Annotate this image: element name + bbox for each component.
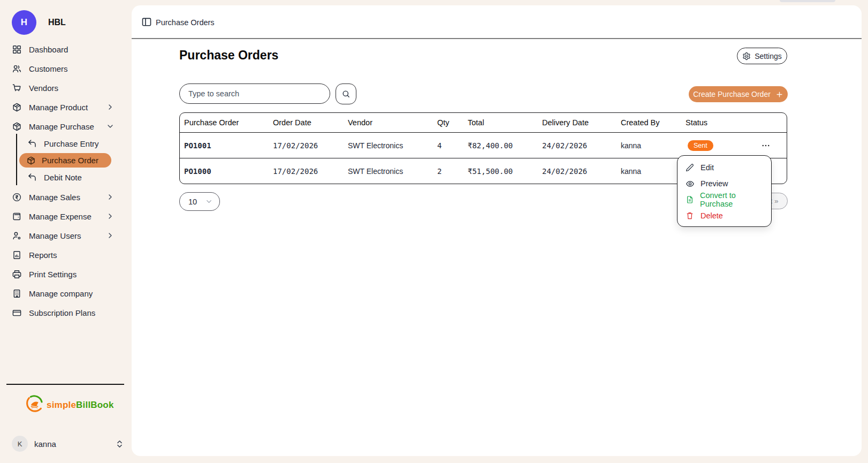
grid-icon: [12, 44, 22, 55]
users-icon: [12, 64, 22, 74]
pencil-icon: [686, 163, 695, 172]
search-icon: [341, 89, 351, 98]
cell-created-by: kanna: [621, 158, 686, 184]
submenu-tree-line: [16, 134, 17, 185]
sidebar-item-manage-expense[interactable]: Manage Expense: [12, 209, 126, 223]
company-avatar[interactable]: H: [12, 10, 36, 35]
cell-vendor: SWT Electronics: [348, 133, 437, 158]
search-button[interactable]: [336, 84, 356, 104]
sidebar-item-customers[interactable]: Customers: [12, 62, 126, 75]
sidebar-item-dashboard[interactable]: Dashboard: [12, 42, 126, 56]
page-size-select[interactable]: 10: [179, 192, 220, 211]
sidebar-item-label: Manage Product: [29, 103, 88, 112]
cell-order-date: 17/02/2026: [273, 133, 348, 158]
sidebar-item-manage-company[interactable]: Manage company: [12, 286, 126, 300]
building-icon: [12, 289, 22, 299]
sidebar-item-label: Dashboard: [29, 45, 68, 54]
cell-po-number: PO1000: [179, 158, 273, 184]
sidebar-item-label: Manage Sales: [29, 193, 80, 202]
sidebar-item-label: Vendors: [29, 84, 58, 93]
context-menu-convert-to-purchase[interactable]: Convert to Purchase: [677, 192, 771, 208]
sidebar-item-manage-purchase[interactable]: Manage Purchase: [12, 119, 126, 133]
chevron-right-icon: [106, 231, 115, 240]
trash-icon: [686, 211, 695, 220]
app-logo: simpleBillBook: [25, 394, 114, 416]
rupee-coin-icon: [12, 192, 22, 202]
cell-order-date: 17/02/2026: [273, 158, 348, 184]
breadcrumb: Purchase Orders: [156, 18, 215, 27]
sidebar-item-reports[interactable]: Reports: [12, 248, 126, 262]
credit-card-icon: [12, 308, 22, 318]
sidebar-toggle-icon[interactable]: [141, 17, 152, 27]
search-input[interactable]: [179, 84, 330, 104]
cell-total: ₹82,400.00: [468, 133, 542, 158]
sidebar-item-purchase-order-active[interactable]: Purchase Order: [19, 153, 111, 168]
brand-row: H HBL: [12, 10, 66, 35]
logo-text: simpleBillBook: [47, 400, 114, 411]
sidebar-item-print-settings[interactable]: Print Settings: [12, 267, 126, 281]
chevron-down-icon: [106, 122, 115, 131]
file-text-icon: [686, 195, 694, 204]
context-menu-delete[interactable]: Delete: [677, 208, 771, 224]
sidebar-item-label: Subscription Plans: [29, 308, 95, 317]
sidebar-item-label: Debit Note: [44, 173, 82, 182]
sidebar-divider: [6, 384, 124, 385]
settings-button[interactable]: Settings: [737, 48, 787, 64]
sidebar-item-label: Manage Expense: [29, 212, 92, 221]
page-title: Purchase Orders: [179, 48, 278, 63]
package-return-icon: [12, 122, 22, 132]
user-name: kanna: [34, 439, 56, 449]
sidebar-item-manage-sales[interactable]: Manage Sales: [12, 190, 126, 204]
cell-delivery-date: 24/02/2026: [542, 158, 621, 184]
context-menu-preview[interactable]: Preview: [677, 176, 771, 192]
corner-up-left-icon: [27, 172, 37, 183]
col-qty: Qty: [437, 112, 468, 133]
sidebar-item-debit-note[interactable]: Debit Note: [27, 170, 126, 184]
chevron-right-icon: [106, 212, 115, 221]
context-menu-edit[interactable]: Edit: [677, 160, 771, 176]
cell-actions: [744, 133, 787, 158]
cell-qty: 2: [437, 158, 468, 184]
package-icon: [26, 156, 36, 165]
context-menu-label: Delete: [701, 211, 723, 220]
row-menu-ellipsis-icon[interactable]: [744, 141, 787, 150]
context-menu-label: Preview: [701, 179, 728, 188]
sidebar: H HBL Dashboard Customers Vendors: [0, 0, 132, 463]
sidebar-item-vendors[interactable]: Vendors: [12, 81, 126, 95]
sidebar-item-label: Customers: [29, 64, 68, 73]
col-total: Total: [468, 112, 542, 133]
col-order-date: Order Date: [273, 112, 348, 133]
page-size-value: 10: [188, 198, 197, 206]
chevrons-up-down-icon: [115, 439, 124, 449]
report-icon: [12, 250, 22, 260]
sidebar-item-manage-users[interactable]: Manage Users: [12, 229, 126, 242]
context-menu-label: Convert to Purchase: [700, 191, 763, 208]
topbar: Purchase Orders: [132, 5, 862, 38]
user-avatar: K: [12, 436, 28, 452]
sidebar-item-label: Purchase Order: [42, 156, 98, 165]
sidebar-item-label: Manage company: [29, 289, 93, 298]
sidebar-item-manage-product[interactable]: Manage Product: [12, 100, 126, 114]
chevron-down-icon: [205, 198, 213, 206]
col-actions: [744, 112, 787, 133]
chevron-right-icon: [106, 103, 115, 111]
sidebar-item-label: Print Settings: [29, 270, 77, 279]
user-menu[interactable]: K kanna: [12, 435, 124, 452]
logo-mark-icon: [25, 394, 44, 416]
sidebar-item-purchase-entry[interactable]: Purchase Entry: [27, 136, 126, 150]
col-vendor: Vendor: [348, 112, 437, 133]
settings-label: Settings: [755, 52, 782, 60]
user-gear-icon: [12, 231, 22, 241]
scrollbar-artifact: [780, 0, 835, 2]
sidebar-item-label: Reports: [29, 251, 57, 260]
create-purchase-order-button[interactable]: Create Purchase Order: [689, 86, 788, 102]
company-name: HBL: [48, 18, 66, 27]
app-screen: H HBL Dashboard Customers Vendors: [0, 0, 868, 463]
cell-delivery-date: 24/02/2026: [542, 133, 621, 158]
col-created-by: Created By: [621, 112, 686, 133]
sidebar-item-label: Purchase Entry: [44, 139, 99, 148]
sidebar-item-subscription-plans[interactable]: Subscription Plans: [12, 306, 126, 320]
cell-status: Sent: [686, 133, 744, 158]
sidebar-item-label: Manage Users: [29, 231, 81, 240]
wallet-icon: [12, 211, 22, 222]
